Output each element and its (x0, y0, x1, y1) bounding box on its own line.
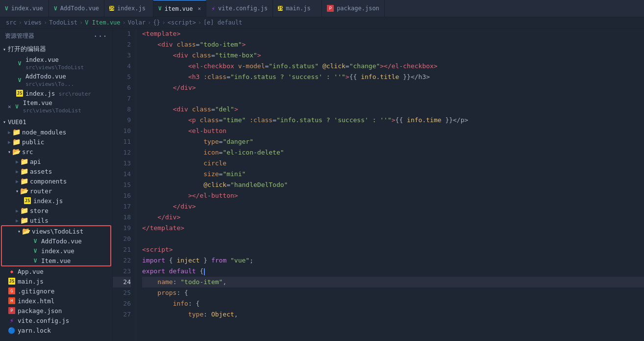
line-numbers: 123456 789101112 131415161718 1920212223… (113, 28, 136, 341)
tab-addtodo-vue[interactable]: V AddTodo.vue (49, 0, 104, 17)
folder-label: views\TodoList (32, 228, 83, 235)
file-label: index.js src\router (25, 90, 91, 97)
html-icon: H (8, 297, 16, 305)
code-line-20 (142, 234, 644, 244)
git-icon: G (8, 287, 16, 295)
sidebar: 资源管理器 ··· ▾ 打开的编辑器 V index.vue src\views… (0, 28, 113, 341)
code-line-6: </div> (142, 82, 644, 93)
open-editors-header[interactable]: ▾ 打开的编辑器 (0, 44, 112, 55)
chevron-down-icon: ▾ (8, 149, 11, 155)
tab-index-js[interactable]: JS index.js (104, 0, 153, 17)
tab-label: AddTodo.vue (60, 5, 99, 12)
folder-icon: 📁 (12, 128, 20, 136)
sidebar-item-node-modules[interactable]: ▶ 📁 node_modules (0, 127, 112, 137)
folder-icon: 📁 (20, 177, 28, 185)
tab-label: vite.config.js (218, 5, 268, 12)
open-file-addtodo[interactable]: V AddTodo.vue src\views\To... (0, 72, 112, 88)
sidebar-item-yarn-lock[interactable]: 🔵 yarn.lock (0, 325, 112, 335)
sidebar-item-views-todolist[interactable]: ▾ 📂 views\TodoList (2, 226, 110, 236)
bc-sep: › (123, 19, 126, 26)
sidebar-item-api[interactable]: ▶ 📁 api (0, 157, 112, 166)
chevron-down-icon: ▾ (16, 188, 19, 194)
code-line-25: props: { (142, 288, 644, 298)
sidebar-item-assets[interactable]: ▶ 📁 assets (0, 166, 112, 176)
vue-icon: V (31, 237, 39, 245)
app-vue-icon: ◆ (8, 267, 16, 275)
tab-label: index.js (117, 5, 146, 12)
code-line-10: <el-button (142, 126, 644, 136)
sidebar-item-item-vue[interactable]: V Item.vue (2, 256, 110, 265)
folder-icon: 📂 (22, 227, 30, 235)
bc-sep: › (19, 19, 22, 26)
open-file-index-js[interactable]: JS index.js src\router (0, 88, 112, 98)
sidebar-item-main-js[interactable]: JS main.js (0, 276, 112, 286)
sidebar-item-gitignore[interactable]: G .gitignore (0, 286, 112, 296)
file-label: AddTodo.vue src\views\To... (25, 73, 108, 87)
vue-icon: V (31, 247, 39, 255)
folder-icon: 📁 (20, 216, 28, 224)
code-line-23: export default { (142, 266, 644, 277)
sidebar-item-components[interactable]: ▶ 📁 components (0, 176, 112, 186)
code-line-13: circle (142, 158, 644, 169)
sidebar-item-package-json[interactable]: P package.json (0, 306, 112, 315)
bc-sep: › (162, 19, 166, 26)
sidebar-item-src[interactable]: ▾ 📂 src (0, 147, 112, 157)
sidebar-more-button[interactable]: ··· (93, 31, 107, 41)
sidebar-item-router[interactable]: ▾ 📂 router (0, 186, 112, 196)
tab-close-button[interactable]: ✕ (198, 5, 201, 12)
sidebar-item-index-vue[interactable]: V index.vue (2, 246, 110, 256)
sidebar-item-utils[interactable]: ▶ 📁 utils (0, 215, 112, 225)
folder-label: src (22, 148, 33, 156)
sidebar-item-app-vue[interactable]: ◆ App.vue (0, 266, 112, 276)
sidebar-item-router-index[interactable]: JS index.js (0, 196, 112, 206)
close-icon[interactable]: ✕ (8, 104, 11, 110)
bc-script: <script> (168, 19, 196, 26)
chevron-right-icon: ▶ (8, 130, 11, 135)
sidebar-item-store[interactable]: ▶ 📁 store (0, 206, 112, 215)
code-content[interactable]: <template> <div class="todo-item"> <div … (136, 28, 644, 341)
chevron-right-icon: ▶ (16, 208, 19, 213)
open-editors-label: 打开的编辑器 (8, 45, 46, 53)
sidebar-item-public[interactable]: ▶ 📁 public (0, 137, 112, 147)
folder-icon: 📂 (12, 148, 20, 156)
bc-todolist: TodoList (49, 19, 77, 26)
tab-index-vue[interactable]: V index.vue (0, 0, 49, 17)
file-label: .gitignore (18, 288, 54, 295)
vite-icon: ⚡ (211, 5, 215, 12)
tab-main-js[interactable]: JS main.js (273, 0, 322, 17)
js-icon: JS (109, 6, 114, 11)
sidebar-item-vite-config[interactable]: ⚡ vite.config.js (0, 315, 112, 325)
bc-sep: › (44, 19, 47, 26)
vue-icon: V (158, 5, 162, 12)
bc-views: views (24, 19, 42, 26)
code-line-22: import { inject } from "vue"; (142, 255, 644, 266)
file-label: yarn.lock (18, 327, 51, 334)
code-line-9: <p class="time" :class="info.status ? 's… (142, 115, 644, 126)
vue-icon: V (31, 257, 39, 264)
js-icon: JS (16, 89, 24, 97)
bc-volar: Volar (128, 19, 146, 26)
open-file-item-vue[interactable]: ✕ V Item.vue src\views\TodoList (0, 98, 112, 115)
sidebar-item-index-html[interactable]: H index.html (0, 296, 112, 306)
folder-label: store (30, 207, 49, 214)
tab-vite-config[interactable]: ⚡ vite.config.js (206, 0, 273, 17)
code-line-2: <div class="todo-item"> (142, 39, 644, 50)
sidebar-title: 资源管理器 ··· (0, 28, 112, 44)
code-line-1: <template> (142, 28, 644, 39)
tab-label: index.vue (11, 5, 43, 12)
bc-default: [e] default (203, 19, 242, 26)
bc-sep: › (79, 19, 83, 26)
chevron-right-icon: ▶ (8, 139, 11, 145)
open-file-index-vue[interactable]: V index.vue src\views\TodoList (0, 55, 112, 72)
pkg-icon: P (327, 5, 334, 12)
js-icon: JS (24, 197, 31, 205)
highlighted-folder-views: ▾ 📂 views\TodoList V AddTodo.vue V index… (1, 225, 111, 266)
file-label: vite.config.js (18, 317, 69, 324)
sidebar-item-addtodo-vue[interactable]: V AddTodo.vue (2, 236, 110, 246)
vue01-header[interactable]: ▾ VUE01 (0, 117, 112, 127)
tab-item-vue[interactable]: V item.vue ✕ (153, 0, 206, 17)
bc-script-obj: {} (153, 19, 160, 26)
code-line-12: icon="el-icon-delete" (142, 147, 644, 158)
tab-package-json[interactable]: P package.json (322, 0, 385, 17)
code-line-19: </template> (142, 223, 644, 234)
